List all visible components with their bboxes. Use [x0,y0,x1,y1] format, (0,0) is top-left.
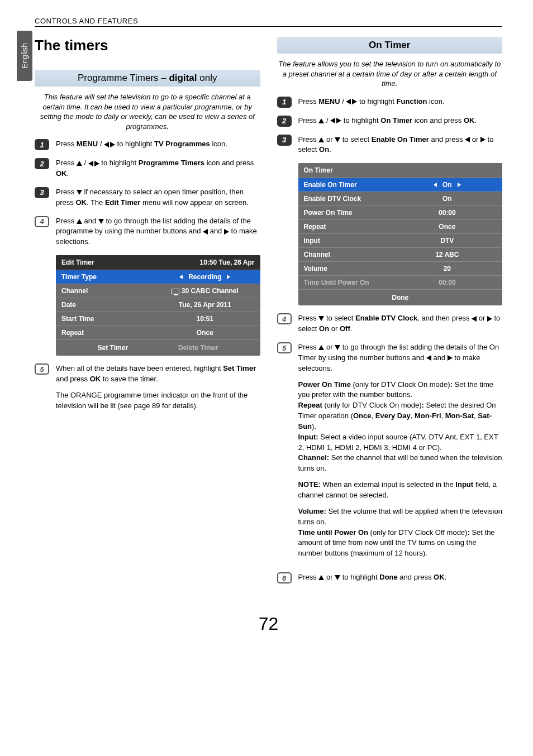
text: When an external input is selected in th… [321,480,455,489]
text: Press [298,97,319,106]
text: or [324,573,335,581]
osd-on-timer: On Timer Enable On TimerOnEnable DTV Clo… [298,163,503,305]
section-bar-on-timer: On Timer [277,37,503,54]
osd-row-label: Channel [56,284,150,298]
section-post: only [197,73,217,83]
osd-footer: Set Timer Delete Timer [56,339,260,356]
text-bold: Done [379,573,398,581]
osd-row: Enable On TimerOn [298,178,503,192]
left-column: The timers Programme Timers – digital on… [35,37,260,591]
text: ). [312,422,316,430]
text: icon and press [204,159,254,167]
text-bold: OK [75,198,87,207]
arrow-right-icon [336,118,341,123]
section-bar-programme-timers: Programme Timers – digital only [35,70,260,87]
text: . [350,324,353,333]
text: 00:00 [439,279,456,286]
text-bold: Once [353,412,372,420]
osd-row-label: Date [56,298,150,312]
right-step-1-icon: 1 [277,97,292,108]
text-bold: Repeat [298,401,322,409]
osd-set-timer-button: Set Timer [98,344,128,352]
text: , and then press [417,314,472,322]
text-bold: Programme Timers [139,159,204,167]
section-pre: Programme Timers – [78,73,169,83]
text: to select [324,314,355,322]
text: 20 [444,265,451,272]
osd-row-value: Recording [150,270,260,284]
text: / [82,159,88,167]
osd-row: Volume20 [298,261,503,275]
text-bold: Power On Time [298,380,351,389]
arrow-left-icon [434,183,437,187]
arrow-up-icon [318,345,324,350]
text: . [445,573,447,581]
osd-row-value: On [392,192,502,205]
osd-row-label: Enable DTV Clock [298,192,392,205]
text: When all of the details have been entere… [56,364,223,372]
text-bold: Channel: [298,453,330,462]
text: On [442,181,452,189]
text: to highlight [99,159,139,167]
text: and press [398,573,434,581]
arrow-left-icon [426,355,431,361]
text: icon and press [412,116,464,125]
text: Press [298,116,319,125]
text: Set the channel that will be tuned when … [298,453,502,472]
osd-row: Channel30 CABC Channel [56,284,260,298]
right-step-4-body: Press to select Enable DTV Clock, and th… [298,313,503,334]
osd-row-value: 00:00 [392,206,502,219]
text-bold: Time until Power On [298,528,368,537]
step-2-body: Press / to highlight Programme Timers ic… [56,158,260,179]
osd-row: InputDTV [298,233,503,247]
text: or [324,135,335,143]
step-3-body: Press if necessary to select an open tim… [56,187,260,208]
right-step-2-body: Press / to highlight On Timer icon and p… [298,116,477,126]
osd-row: Timer TypeRecording [56,270,260,284]
text: and press [56,375,90,383]
arrow-right-icon [227,275,230,279]
arrow-down-icon [335,137,340,142]
text-bold: On [319,145,329,154]
osd-row-value: 30 CABC Channel [150,284,260,298]
text: Press [56,217,77,225]
text: DTV [440,237,454,245]
text-bold: Enable On Timer [372,135,429,143]
text-bold: Mon-Sat [445,412,474,420]
text-bold: On Timer [380,116,412,125]
text-bold: Off [340,324,350,333]
text: 12 ABC [435,251,459,259]
language-tab: English [17,31,32,81]
arrow-right-icon [110,142,115,147]
osd-row: Start Time10:51 [56,312,260,326]
osd-title-right: 10:50 Tue, 26 Apr [199,259,254,266]
right-step-2-icon: 2 [277,116,292,127]
arrow-left-icon [465,137,470,142]
osd-row-label: Repeat [298,220,392,233]
text: / [98,140,104,148]
right-step-5-icon: 5 [277,342,292,353]
osd-row-value: 10:51 [150,312,260,326]
section-bold: digital [169,73,197,83]
text: , [411,412,415,420]
arrow-down-icon [335,575,340,580]
text-bold: TV Programmes [154,140,210,148]
text: Press [298,573,319,581]
osd-row-value: 12 ABC [392,248,502,261]
text-bold: Mon-Fri [415,412,441,420]
text-bold: OK [434,573,445,581]
text: Press [298,314,319,322]
text: 00:00 [439,209,456,217]
text: to highlight [357,97,396,106]
text-bold: MENU [318,97,340,106]
step-5-extra: The ORANGE programme timer indicator on … [56,390,260,412]
arrow-right-icon [448,355,453,361]
text: / [340,97,346,106]
text: 10:51 [196,315,213,323]
step-3-icon: 3 [35,187,49,198]
arrow-right-icon [94,161,99,166]
step-5-icon: 5 [35,363,49,375]
text: Press [298,343,319,351]
osd-done-button: Done [392,294,408,302]
text: to select [340,135,372,143]
